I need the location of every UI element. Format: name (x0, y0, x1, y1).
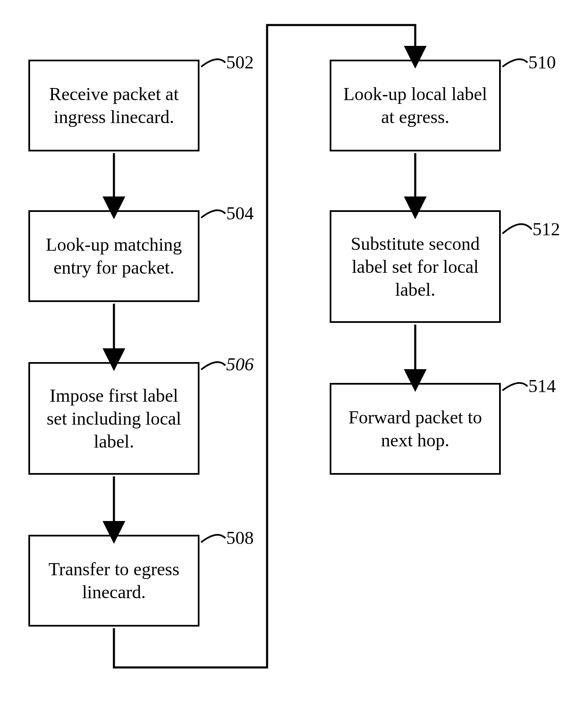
step-508-text: Transfer to egress linecard. (38, 558, 190, 604)
ref-506: 506 (226, 355, 254, 374)
ref-504: 504 (226, 204, 254, 223)
callout-508 (201, 535, 225, 542)
step-514-text: Forward packet to next hop. (339, 406, 492, 452)
callout-502 (201, 59, 225, 67)
ref-510: 510 (528, 53, 556, 72)
ref-514: 514 (528, 377, 556, 395)
step-512: Substitute second label set for local la… (330, 210, 501, 323)
callout-504 (201, 210, 225, 218)
callout-510 (502, 59, 527, 67)
step-508: Transfer to egress linecard. (28, 535, 199, 627)
ref-508: 508 (226, 529, 254, 547)
ref-512: 512 (532, 220, 560, 239)
callout-512 (502, 224, 532, 234)
step-514: Forward packet to next hop. (330, 383, 501, 475)
step-506: Impose first label set including local l… (28, 362, 199, 475)
step-502-text: Receive packet at ingress linecard. (38, 83, 190, 128)
ref-502: 502 (226, 53, 254, 72)
callout-506 (201, 362, 225, 370)
callout-514 (502, 383, 527, 390)
step-504-text: Look-up matching entry for packet. (38, 233, 190, 279)
step-504: Look-up matching entry for packet. (28, 210, 199, 302)
step-506-text: Impose first label set including local l… (38, 384, 190, 453)
step-502: Receive packet at ingress linecard. (28, 60, 199, 151)
flowchart-canvas: Receive packet at ingress linecard. Look… (0, 0, 588, 720)
step-510: Look-up local label at egress. (330, 60, 501, 151)
step-510-text: Look-up local label at egress. (339, 83, 492, 128)
step-512-text: Substitute second label set for local la… (339, 232, 492, 301)
